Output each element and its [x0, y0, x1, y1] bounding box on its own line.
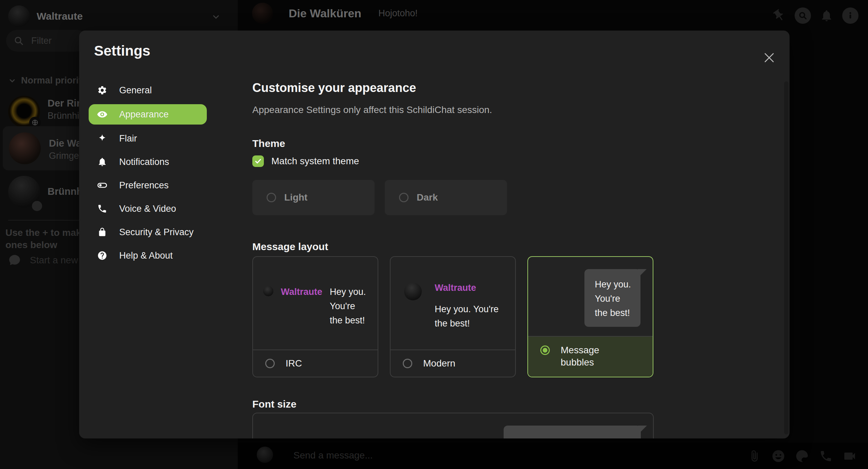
layout-option-modern[interactable]: Waltraute Hey you. You're the best! Mode… — [390, 256, 516, 377]
bell-icon — [97, 157, 108, 167]
gear-icon — [97, 85, 108, 95]
radio-icon — [265, 359, 275, 368]
question-circle-icon — [97, 250, 108, 261]
settings-menu: General Appearance Flair Notifications — [89, 81, 207, 265]
radio-icon — [403, 359, 412, 368]
preview-bubble: Hey you. You're the best! — [504, 426, 641, 438]
preview-bubble: Hey you. You're the best! — [584, 269, 640, 327]
checkbox-checked-icon — [252, 155, 264, 167]
close-icon[interactable] — [763, 52, 775, 64]
tab-appearance[interactable]: Appearance — [89, 104, 207, 125]
phone-icon — [97, 204, 108, 214]
layout-option-irc[interactable]: Waltraute Hey you. You're the best! IRC — [252, 256, 378, 377]
sparkle-icon — [97, 133, 108, 144]
match-system-theme-checkbox[interactable]: Match system theme — [252, 155, 359, 167]
radio-icon — [267, 193, 276, 202]
preview-sender: Waltraute — [281, 285, 322, 327]
tab-notifications[interactable]: Notifications — [89, 152, 207, 171]
tab-voice-video[interactable]: Voice & Video — [89, 199, 207, 218]
eye-icon — [97, 109, 108, 120]
preview-avatar — [404, 283, 422, 300]
theme-section-title: Theme — [252, 138, 285, 149]
radio-icon — [399, 193, 409, 202]
modal-scrollbar[interactable] — [784, 81, 789, 434]
tab-help-about[interactable]: Help & About — [89, 246, 207, 265]
theme-option-dark: Dark — [385, 180, 507, 215]
tab-security-privacy[interactable]: Security & Privacy — [89, 223, 207, 242]
content-subheading: Appearance Settings only affect this Sch… — [252, 105, 492, 115]
tab-preferences[interactable]: Preferences — [89, 176, 207, 195]
content-heading: Customise your appearance — [252, 81, 416, 95]
preview-avatar — [263, 286, 273, 296]
toggle-icon — [97, 180, 108, 191]
layout-section-title: Message layout — [252, 241, 328, 252]
theme-option-light: Light — [252, 180, 375, 215]
tab-general[interactable]: General — [89, 81, 207, 100]
tab-flair[interactable]: Flair — [89, 129, 207, 148]
preview-sender: Waltraute — [435, 283, 499, 293]
radio-selected-icon — [540, 345, 550, 355]
layout-option-bubbles[interactable]: Hey you. You're the best! Message bubble… — [527, 256, 653, 377]
dialog-title: Settings — [94, 43, 150, 59]
lock-icon — [97, 227, 108, 237]
font-size-preview-panel: Hey you. You're the best! — [252, 413, 654, 438]
settings-dialog: Settings General Appearance Flair — [79, 31, 790, 438]
font-section-title: Font size — [252, 398, 296, 410]
